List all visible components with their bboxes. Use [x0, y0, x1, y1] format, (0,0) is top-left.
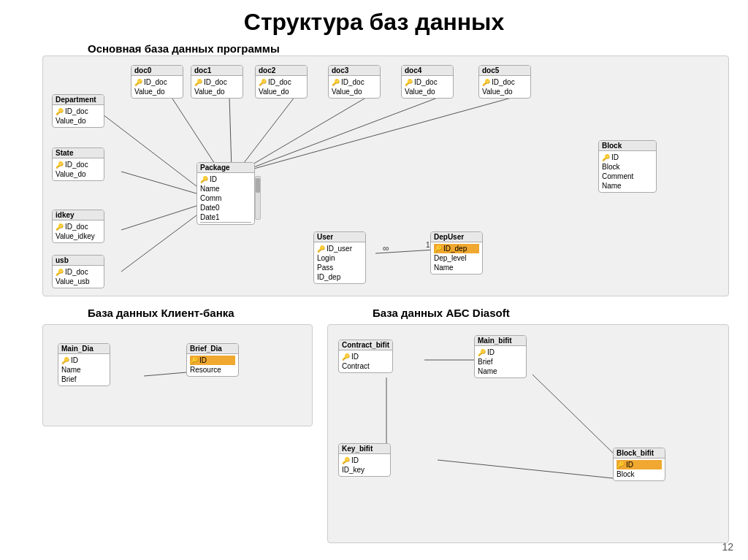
client-bank-label: База данных Клиент-банка	[88, 307, 234, 319]
doc4-val: Value_do	[405, 87, 450, 96]
table-brief-dia: Brief_Dia 🔑ID Resource	[186, 343, 239, 377]
table-contract-bifit: Contract_bifit 🔑ID Contract	[338, 340, 393, 373]
user-login: Login	[317, 253, 362, 263]
table-doc4: doc4 🔑ID_doc Value_do	[401, 65, 454, 99]
idkey-val: Value_idkey	[56, 231, 101, 241]
user-dep: ID_dep	[317, 272, 362, 282]
idkey-header: idkey	[53, 210, 104, 220]
depuser-name: Name	[434, 263, 479, 272]
doc0-id: 🔑ID_doc	[134, 77, 180, 87]
table-main-bifit: Main_bifit 🔑ID Brief Name	[474, 335, 527, 378]
doc5-id: 🔑ID_doc	[482, 77, 527, 87]
svg-line-0	[103, 115, 196, 186]
contract-bifit-header: Contract_bifit	[339, 340, 392, 350]
main-bifit-name: Name	[478, 367, 523, 376]
dept-field-id: 🔑ID_doc	[56, 107, 101, 116]
user-header: User	[314, 232, 365, 242]
main-db-label: Основная база данных программы	[88, 42, 280, 55]
depuser-level: Dep_level	[434, 253, 479, 263]
block-name: Name	[602, 181, 653, 191]
doc0-val: Value_do	[134, 87, 180, 96]
doc2-header: doc2	[256, 66, 307, 76]
block-bifit-header: Block_bifit	[614, 448, 665, 459]
doc1-header: doc1	[191, 66, 243, 76]
table-idkey: idkey 🔑ID_doc Value_idkey	[52, 210, 104, 243]
svg-line-6	[251, 96, 516, 169]
table-depuser: DepUser 🔑ID_dep Dep_level Name	[430, 231, 483, 275]
department-header: Department	[53, 95, 104, 105]
svg-line-4	[244, 96, 368, 169]
page-title: Структура баз данных	[0, 0, 748, 40]
table-state: State 🔑ID_doc Value_do	[52, 147, 104, 181]
svg-line-16	[438, 460, 613, 478]
svg-line-2	[229, 96, 232, 169]
block-comment: Comment	[602, 172, 653, 181]
pkg-comm: Comm	[200, 193, 251, 203]
page-number: 12	[722, 541, 733, 553]
main-dia-id: 🔑ID	[61, 356, 107, 365]
state-id: 🔑ID_doc	[56, 160, 101, 169]
table-doc0: doc0 🔑ID_doc Value_do	[131, 65, 183, 99]
table-doc1: doc1 🔑ID_doc Value_do	[191, 65, 243, 99]
block-header: Block	[599, 141, 656, 151]
svg-line-10	[375, 250, 435, 253]
doc5-header: doc5	[479, 66, 530, 76]
svg-line-8	[121, 206, 196, 230]
doc0-header: doc0	[131, 66, 183, 76]
main-db-diagram: ∞ 1 Department 🔑ID_doc Value_do doc0 🔑ID…	[42, 55, 729, 296]
usb-id: 🔑ID_doc	[56, 267, 101, 277]
table-doc5: doc5 🔑ID_doc Value_do	[478, 65, 531, 99]
doc5-val: Value_do	[482, 87, 527, 96]
brief-dia-header: Brief_Dia	[187, 344, 238, 354]
brief-dia-resource: Resource	[190, 365, 235, 375]
state-header: State	[53, 148, 104, 158]
idkey-id: 🔑ID_doc	[56, 222, 101, 231]
doc3-val: Value_do	[332, 87, 377, 96]
brief-dia-id: 🔑ID	[190, 356, 235, 365]
table-block: Block 🔑ID Block Comment Name	[598, 140, 657, 193]
svg-line-15	[533, 375, 620, 460]
usb-header: usb	[53, 256, 104, 266]
state-val: Value_do	[56, 169, 101, 179]
pkg-date1: Date1	[200, 212, 251, 223]
main-dia-brief: Brief	[61, 375, 107, 384]
key-bifit-id: 🔑ID	[342, 456, 387, 465]
doc4-header: doc4	[402, 66, 453, 76]
block-bifit-block: Block	[617, 469, 662, 479]
block-block: Block	[602, 162, 653, 172]
svg-text:∞: ∞	[383, 243, 389, 253]
key-bifit-header: Key_bifit	[339, 444, 390, 454]
contract-bifit-id: 🔑ID	[342, 352, 389, 361]
main-bifit-header: Main_bifit	[475, 336, 526, 346]
contract-bifit-contract: Contract	[342, 361, 389, 371]
doc3-id: 🔑ID_doc	[332, 77, 377, 87]
main-dia-name: Name	[61, 365, 107, 375]
diasoft-diagram: Contract_bifit 🔑ID Contract Main_bifit 🔑…	[327, 324, 729, 543]
table-main-dia: Main_Dia 🔑ID Name Brief	[58, 343, 110, 386]
pkg-name: Name	[200, 184, 251, 193]
doc2-val: Value_do	[259, 87, 304, 96]
depuser-header: DepUser	[431, 232, 482, 242]
table-user: User 🔑ID_user Login Pass ID_dep	[313, 231, 366, 284]
user-pass: Pass	[317, 263, 362, 272]
svg-line-5	[248, 96, 441, 169]
svg-line-3	[239, 96, 295, 169]
main-bifit-id: 🔑ID	[478, 348, 523, 357]
svg-line-1	[171, 96, 218, 169]
dept-field-value: Value_do	[56, 116, 101, 126]
svg-line-9	[121, 215, 196, 272]
table-key-bifit: Key_bifit 🔑ID ID_key	[338, 443, 391, 477]
block-bifit-id: 🔑ID	[617, 460, 662, 469]
table-package: Package 🔑ID Name Comm Date0 Date1	[196, 162, 255, 225]
user-id: 🔑ID_user	[317, 244, 362, 253]
doc1-id: 🔑ID_doc	[194, 77, 240, 87]
main-dia-header: Main_Dia	[58, 344, 110, 354]
svg-line-7	[121, 172, 196, 193]
table-block-bifit: Block_bifit 🔑ID Block	[613, 448, 665, 481]
key-bifit-idkey: ID_key	[342, 465, 387, 475]
table-doc2: doc2 🔑ID_doc Value_do	[255, 65, 308, 99]
usb-val: Value_usb	[56, 277, 101, 286]
doc3-header: doc3	[329, 66, 380, 76]
doc1-val: Value_do	[194, 87, 240, 96]
pkg-date0: Date0	[200, 203, 251, 212]
